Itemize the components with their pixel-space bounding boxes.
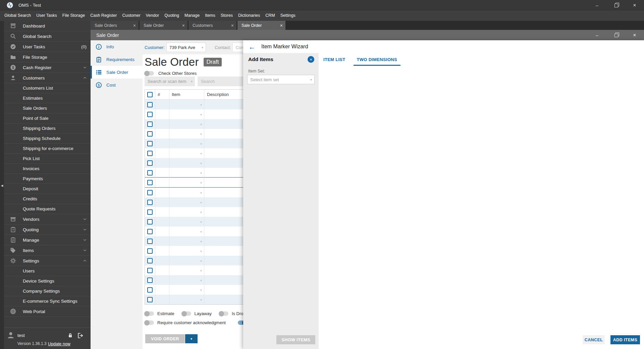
- row-checkbox[interactable]: [147, 200, 153, 205]
- row-checkbox[interactable]: [147, 278, 153, 283]
- tab-close-icon[interactable]: ×: [133, 23, 136, 28]
- sidebar-item-e-commerce-sync-settings[interactable]: E-commerce Sync Settings: [4, 296, 91, 306]
- row-checkbox[interactable]: [147, 229, 153, 234]
- row-checkbox[interactable]: [147, 248, 153, 254]
- row-checkbox[interactable]: [147, 121, 153, 127]
- menu-item-file-storage[interactable]: File Storage: [60, 10, 88, 21]
- row-item-cell[interactable]: ▾: [169, 109, 204, 119]
- sidebar-item-quote-requests[interactable]: Quote Requests: [4, 204, 91, 214]
- menu-item-vendor[interactable]: Vendor: [143, 10, 162, 21]
- inner-restore-icon[interactable]: [606, 30, 625, 40]
- inner-minimize-icon[interactable]: –: [588, 30, 606, 40]
- section-nav-requirements[interactable]: Requirements: [91, 53, 143, 66]
- restore-icon[interactable]: [606, 0, 625, 10]
- sidebar-item-invoices[interactable]: Invoices: [4, 164, 91, 174]
- sidebar-item-device-settings[interactable]: Device Settings: [4, 276, 91, 286]
- row-item-cell[interactable]: ▾: [169, 295, 204, 304]
- document-tab-sale-order-3[interactable]: Sale Order×: [237, 21, 285, 30]
- menu-item-dictionaries[interactable]: Dictionaries: [235, 10, 263, 21]
- row-checkbox[interactable]: [147, 297, 153, 302]
- sidebar-item-manage[interactable]: Manage: [4, 235, 91, 245]
- sidebar-item-payments[interactable]: Payments: [4, 174, 91, 184]
- minimize-icon[interactable]: –: [588, 0, 606, 10]
- row-item-cell[interactable]: ▾: [169, 285, 204, 295]
- check-other-stores-toggle[interactable]: [145, 71, 154, 76]
- void-order-button[interactable]: VOID ORDER: [145, 334, 185, 343]
- select-all-checkbox[interactable]: [147, 92, 153, 97]
- sidebar-item-deposit[interactable]: Deposit: [4, 184, 91, 194]
- row-item-cell[interactable]: ▾: [169, 227, 204, 236]
- wizard-tab-two-dimensions[interactable]: TWO DIMENSIONS: [354, 53, 400, 66]
- toggle-layaway[interactable]: [182, 311, 191, 316]
- section-nav-cost[interactable]: $Cost: [91, 79, 143, 91]
- menu-item-user-tasks[interactable]: User Tasks: [34, 10, 60, 21]
- row-item-cell[interactable]: ▾: [169, 197, 204, 207]
- sidebar-item-estimates[interactable]: Estimates: [4, 93, 91, 103]
- sidebar-item-shipping-orders[interactable]: Shipping Orders: [4, 123, 91, 134]
- item-set-select[interactable]: Select item set ▾: [247, 75, 315, 84]
- row-checkbox[interactable]: [147, 170, 153, 176]
- menu-item-manage[interactable]: Manage: [182, 10, 202, 21]
- sidebar-item-vendors[interactable]: Vendors: [4, 214, 91, 225]
- sidebar-item-items[interactable]: Items: [4, 245, 91, 256]
- show-items-button[interactable]: SHOW ITEMS: [276, 335, 315, 344]
- row-item-cell[interactable]: ▾: [169, 275, 204, 285]
- sidebar-item-web-portal[interactable]: Web Portal: [4, 306, 91, 317]
- sidebar-item-sale-orders[interactable]: Sale Orders: [4, 103, 91, 113]
- customer-select[interactable]: 739 Park Ave ▾: [166, 43, 206, 52]
- row-checkbox[interactable]: [147, 131, 153, 137]
- sidebar-item-shipping-for-e-commerce[interactable]: Shipping for e-commerce: [4, 144, 91, 154]
- sidebar-item-users[interactable]: Users: [4, 266, 91, 276]
- sidebar-item-customers-list[interactable]: Customers List: [4, 83, 91, 93]
- row-item-cell[interactable]: ▾: [169, 139, 204, 148]
- row-checkbox[interactable]: [147, 287, 153, 293]
- cancel-button[interactable]: CANCEL: [583, 335, 605, 344]
- row-checkbox[interactable]: [147, 258, 153, 263]
- sidebar-item-pick-list[interactable]: Pick List: [4, 154, 91, 164]
- row-checkbox[interactable]: [147, 209, 153, 215]
- tab-close-icon[interactable]: ×: [182, 23, 185, 28]
- menu-item-stores[interactable]: Stores: [218, 10, 235, 21]
- update-now-link[interactable]: Update now: [48, 342, 70, 346]
- row-item-cell[interactable]: ▾: [169, 148, 204, 158]
- sidebar-item-settings[interactable]: Settings: [4, 256, 91, 266]
- row-checkbox[interactable]: [147, 180, 153, 185]
- sidebar-item-company-settings[interactable]: Company Settings: [4, 286, 91, 296]
- section-nav-info[interactable]: Info: [91, 40, 143, 53]
- row-item-cell[interactable]: ▾: [169, 168, 204, 178]
- menu-item-customer[interactable]: Customer: [119, 10, 143, 21]
- row-item-cell[interactable]: ▾: [169, 178, 204, 187]
- sidebar-item-credits[interactable]: Credits: [4, 194, 91, 204]
- sidebar-item-cash-register[interactable]: $Cash Register: [4, 62, 91, 73]
- row-checkbox[interactable]: [147, 239, 153, 244]
- sidebar-item-file-storage[interactable]: File Storage: [4, 52, 91, 62]
- row-item-cell[interactable]: ▾: [169, 158, 204, 168]
- row-item-cell[interactable]: ▾: [169, 256, 204, 265]
- row-item-cell[interactable]: ▾: [169, 129, 204, 139]
- toggle-require-customer-acknowledgment[interactable]: [145, 320, 154, 325]
- menu-item-cash-register[interactable]: Cash Register: [88, 10, 119, 21]
- inner-close-icon[interactable]: ×: [625, 30, 644, 40]
- menu-item-global-search[interactable]: Global Search: [2, 10, 34, 21]
- row-item-cell[interactable]: ▾: [169, 236, 204, 246]
- sidebar-item-customers[interactable]: Customers: [4, 73, 91, 83]
- tab-close-icon[interactable]: ×: [231, 23, 234, 28]
- row-item-cell[interactable]: ▾: [169, 188, 204, 197]
- tab-close-icon[interactable]: ×: [280, 23, 283, 28]
- lock-icon[interactable]: [67, 333, 73, 338]
- document-tab-sale-order-1[interactable]: Sale Order×: [140, 21, 187, 30]
- row-checkbox[interactable]: [147, 112, 153, 117]
- sidebar-item-user-tasks[interactable]: User Tasks(0): [4, 42, 91, 52]
- document-tab-sale-orders-0[interactable]: Sale Orders×: [91, 21, 139, 30]
- sidebar-item-global-search[interactable]: Global Search: [4, 31, 91, 42]
- document-tab-customers-2[interactable]: Customers×: [189, 21, 236, 30]
- add-items-button[interactable]: ADD ITEMS: [610, 335, 640, 344]
- sidebar-item-shipping-schedule[interactable]: Shipping Schedule: [4, 134, 91, 144]
- menu-item-items[interactable]: Items: [202, 10, 218, 21]
- row-item-cell[interactable]: ▾: [169, 265, 204, 275]
- row-checkbox[interactable]: [147, 219, 153, 225]
- row-checkbox[interactable]: [147, 160, 153, 166]
- menu-item-crm[interactable]: CRM: [263, 10, 277, 21]
- row-checkbox[interactable]: [147, 102, 153, 107]
- section-nav-sale-order[interactable]: Sale Order: [91, 66, 143, 79]
